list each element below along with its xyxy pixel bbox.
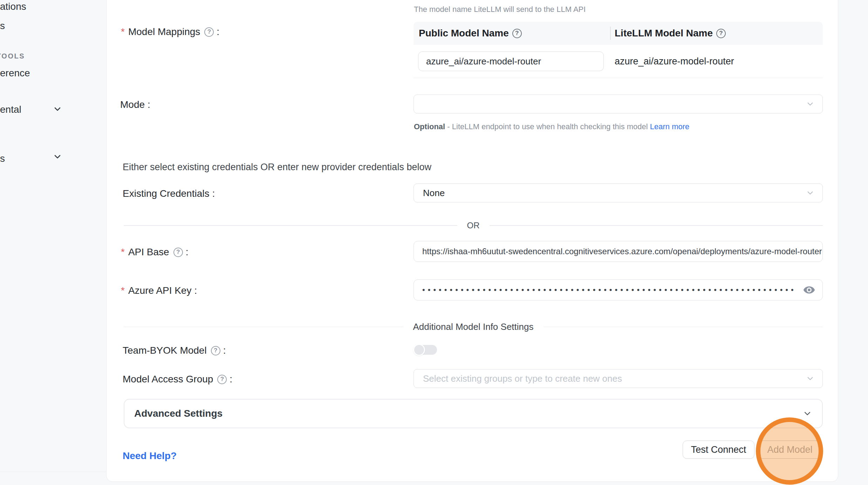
chevron-down-icon <box>806 374 815 383</box>
help-icon[interactable]: ? <box>512 29 522 38</box>
need-help-link[interactable]: Need Help? <box>123 450 177 462</box>
sidebar-item-truncated-5[interactable]: s <box>0 153 5 165</box>
existing-credentials-label: Existing Credentials : <box>123 188 215 199</box>
model-mappings-table-header: Public Model Name ? LiteLLM Model Name ? <box>414 22 823 45</box>
help-icon[interactable]: ? <box>204 27 214 37</box>
public-model-name-header-label: Public Model Name <box>419 28 509 39</box>
mode-select[interactable] <box>414 95 823 113</box>
advanced-settings-panel[interactable]: Advanced Settings <box>124 399 823 428</box>
model-access-group-placeholder: Select existing groups or type to create… <box>423 373 622 384</box>
sidebar-divider <box>0 472 106 472</box>
label-colon: : <box>223 345 226 356</box>
divider-line <box>544 327 823 327</box>
column-divider <box>610 27 611 40</box>
chevron-down-icon[interactable] <box>53 105 62 113</box>
litellm-model-name-value: azure_ai/azure-model-router <box>615 45 734 78</box>
help-icon[interactable]: ? <box>716 29 726 38</box>
chevron-down-icon <box>806 188 815 198</box>
additional-info-divider-text: Additional Model Info Settings <box>403 321 544 332</box>
team-byok-label: Team-BYOK Model ? : <box>123 345 226 356</box>
help-icon[interactable]: ? <box>217 375 227 384</box>
advanced-settings-label: Advanced Settings <box>134 408 223 419</box>
existing-credentials-label-text: Existing Credentials <box>123 188 209 199</box>
azure-api-key-input[interactable]: ••••••••••••••••••••••••••••••••••••••••… <box>414 279 823 300</box>
sidebar-item-truncated-1[interactable]: ations <box>0 1 26 13</box>
model-mappings-table-row: azure_ai/azure-model-router azure_ai/azu… <box>414 45 823 78</box>
sidebar-item-truncated-4[interactable]: ental <box>0 104 21 116</box>
model-mappings-table: Public Model Name ? LiteLLM Model Name ?… <box>414 22 823 78</box>
help-icon[interactable]: ? <box>211 346 220 355</box>
required-marker: * <box>121 285 125 296</box>
chevron-down-icon <box>806 99 815 109</box>
api-base-input[interactable]: https://ishaa-mh6uutut-swedencentral.cog… <box>414 241 823 262</box>
mode-helper-body: - LiteLLM endpoint to use when health ch… <box>445 122 650 131</box>
azure-api-key-label-text: Azure API Key <box>128 285 192 296</box>
public-model-name-input[interactable]: azure_ai/azure-model-router <box>418 51 604 71</box>
divider-line <box>490 225 823 226</box>
required-marker: * <box>121 247 125 258</box>
model-mappings-label-text: Model Mappings <box>128 26 200 37</box>
existing-credentials-select[interactable]: None <box>414 183 823 202</box>
api-base-label-text: API Base <box>128 247 169 258</box>
toggle-knob <box>413 344 425 356</box>
label-colon: : <box>148 99 150 110</box>
chevron-down-icon <box>802 409 812 418</box>
chevron-down-icon[interactable] <box>53 152 62 161</box>
sidebar-section-tools: TOOLS <box>0 52 25 60</box>
test-connect-button[interactable]: Test Connect <box>683 441 754 459</box>
add-model-button[interactable]: Add Model <box>759 441 821 459</box>
litellm-model-name-header-label: LiteLLM Model Name <box>615 28 713 39</box>
litellm-model-name-header: LiteLLM Model Name ? <box>610 28 726 39</box>
optional-emphasis: Optional <box>414 122 445 131</box>
sidebar: ations s TOOLS erence ental s <box>0 0 106 485</box>
credentials-note: Either select existing credentials OR en… <box>123 162 431 173</box>
mode-label: Mode : <box>120 99 150 110</box>
model-mappings-label: * Model Mappings ? : <box>121 26 219 37</box>
team-byok-toggle[interactable] <box>413 344 437 356</box>
masked-api-key-value: ••••••••••••••••••••••••••••••••••••••••… <box>422 285 797 295</box>
label-colon: : <box>212 188 215 199</box>
sidebar-item-truncated-3[interactable]: erence <box>0 67 30 79</box>
add-model-screen: ations s TOOLS erence ental s The model … <box>0 0 868 485</box>
learn-more-link[interactable]: Learn more <box>650 122 690 131</box>
model-name-helper-text: The model name LiteLLM will send to the … <box>414 4 586 15</box>
divider-line <box>124 327 403 327</box>
azure-api-key-label: * Azure API Key : <box>121 285 197 296</box>
required-marker: * <box>121 26 125 37</box>
team-byok-label-text: Team-BYOK Model <box>123 345 207 356</box>
additional-info-divider: Additional Model Info Settings <box>124 321 823 332</box>
eye-icon[interactable] <box>803 284 815 296</box>
model-access-group-select[interactable]: Select existing groups or type to create… <box>414 369 823 388</box>
label-colon: : <box>186 247 189 258</box>
mode-helper-text: Optional - LiteLLM endpoint to use when … <box>414 120 705 134</box>
label-colon: : <box>217 26 219 37</box>
divider-line <box>124 225 457 226</box>
help-icon[interactable]: ? <box>173 248 183 257</box>
public-model-name-header: Public Model Name ? <box>414 28 610 39</box>
model-access-group-label-text: Model Access Group <box>123 374 213 385</box>
sidebar-item-truncated-2[interactable]: s <box>0 20 5 32</box>
or-divider: OR <box>124 221 823 230</box>
mode-label-text: Mode <box>120 99 145 110</box>
label-colon: : <box>230 374 232 385</box>
existing-credentials-value: None <box>423 188 445 199</box>
or-divider-text: OR <box>457 221 490 230</box>
label-colon: : <box>194 285 197 296</box>
model-access-group-label: Model Access Group ? : <box>123 374 232 385</box>
api-base-label: * API Base ? : <box>121 247 188 258</box>
